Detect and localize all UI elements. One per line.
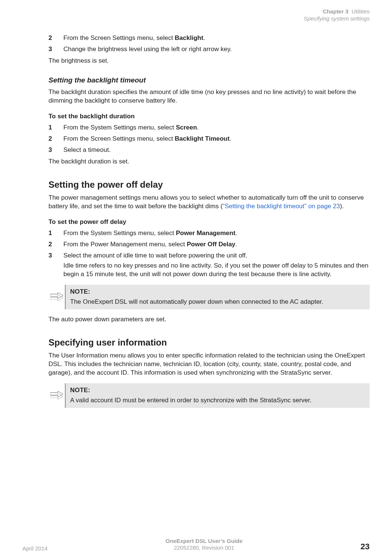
task-heading: To set the power off delay <box>48 218 370 226</box>
heading-backlight-timeout: Setting the backlight timeout <box>48 76 370 84</box>
note-label: NOTE: <box>70 386 365 395</box>
running-header: Chapter 3 Utilities Specifying system se… <box>22 8 370 22</box>
step-row: 1 From the System Settings menu, select … <box>48 124 370 131</box>
page-number: 23 <box>361 542 370 552</box>
footer-date: April 2014 <box>22 545 48 552</box>
note-label: NOTE: <box>70 288 365 296</box>
step-text: From the Screen Settings menu, select Ba… <box>63 34 370 42</box>
result-text: The backlight duration is set. <box>48 157 370 166</box>
header-chapter: Chapter 3 <box>323 8 348 15</box>
step-number: 1 <box>48 124 63 131</box>
content: 2 From the Screen Settings menu, select … <box>48 34 370 408</box>
note-block: NOTE: The OneExpert DSL will not automat… <box>48 285 370 309</box>
svg-marker-1 <box>50 295 63 301</box>
step-row: 2 From the Screen Settings menu, select … <box>48 34 370 42</box>
page-footer: April 2014 OneExpert DSL User’s Guide 22… <box>0 538 392 555</box>
note-arrow-icon <box>48 383 65 408</box>
svg-marker-0 <box>50 293 63 299</box>
step-number: 2 <box>48 241 63 248</box>
step-text: From the Power Management menu, select P… <box>63 241 370 248</box>
heading-user-information: Specifying user information <box>48 337 370 348</box>
note-text: The OneExpert DSL will not automatically… <box>70 298 323 305</box>
result-text: The auto power down parameters are set. <box>48 315 370 324</box>
step-row: 3 Select a timeout. <box>48 146 370 154</box>
task-heading: To set the backlight duration <box>48 113 370 120</box>
para: The power management settings menu allow… <box>48 194 370 211</box>
footer-center: OneExpert DSL User’s Guide 22052280, Rev… <box>166 538 242 552</box>
step-row: 1 From the System Settings menu, select … <box>48 229 370 237</box>
step-text: Select the amount of idle time to wait b… <box>63 252 370 259</box>
cross-reference-link[interactable]: “Setting the backlight timeout” on page … <box>223 203 340 210</box>
header-title: Utilities <box>352 8 370 15</box>
step-number: 3 <box>48 252 63 259</box>
step-text: Select a timeout. <box>63 146 370 154</box>
note-body: NOTE: The OneExpert DSL will not automat… <box>65 285 370 309</box>
step-number: 1 <box>48 229 63 237</box>
footer-guide-title: OneExpert DSL User’s Guide <box>166 538 242 545</box>
step-text: From the Screen Settings menu, select Ba… <box>63 135 370 143</box>
step-number: 2 <box>48 34 63 42</box>
step-row: 3 Change the brightness level using the … <box>48 46 370 53</box>
note-body: NOTE: A valid account ID must be entered… <box>65 383 370 408</box>
para: The backlight duration specifies the amo… <box>48 88 370 105</box>
step-text: Change the brightness level using the le… <box>63 46 370 53</box>
svg-marker-2 <box>50 391 63 397</box>
step-row: 2 From the Screen Settings menu, select … <box>48 135 370 143</box>
note-block: NOTE: A valid account ID must be entered… <box>48 383 370 408</box>
step-number: 3 <box>48 146 63 154</box>
step-sub-text: Idle time refers to no key presses and n… <box>63 262 370 279</box>
result-text: The brightness is set. <box>48 57 370 65</box>
step-number: 3 <box>48 46 63 53</box>
svg-marker-3 <box>50 393 63 399</box>
footer-revision: 22052280, Revision 001 <box>166 544 242 552</box>
note-arrow-icon <box>48 285 65 309</box>
para: The User Information menu allows you to … <box>48 352 370 377</box>
step-number: 2 <box>48 135 63 143</box>
heading-power-off-delay: Setting the power off delay <box>48 179 370 190</box>
step-row: 3 Select the amount of idle time to wait… <box>48 252 370 259</box>
header-subtitle: Specifying system settings <box>22 15 370 22</box>
step-text: From the System Settings menu, select Sc… <box>63 124 370 131</box>
note-text: A valid account ID must be entered in or… <box>70 397 311 404</box>
step-row: 2 From the Power Management menu, select… <box>48 241 370 248</box>
page: Chapter 3 Utilities Specifying system se… <box>0 0 392 556</box>
step-text: From the System Settings menu, select Po… <box>63 229 370 237</box>
